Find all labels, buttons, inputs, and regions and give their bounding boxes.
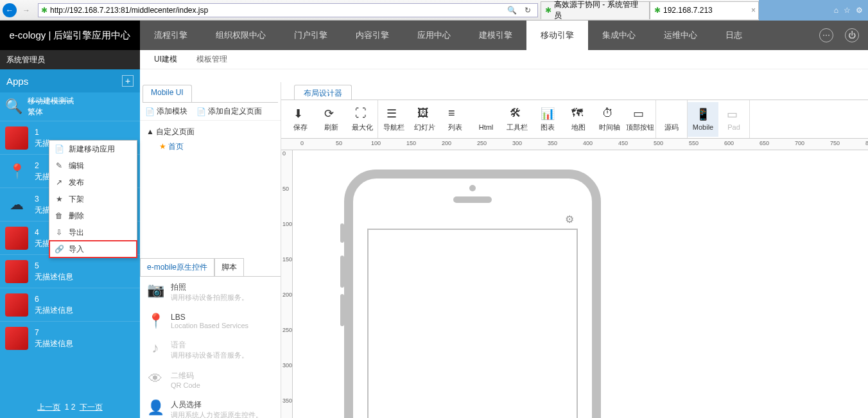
tab-layout-designer[interactable]: 布局设计器 — [294, 85, 352, 100]
pagination: 上一页 1 2 下一页 — [0, 402, 140, 413]
nav-back-button[interactable]: ← — [3, 3, 17, 17]
app-sub: 无描述信息 — [35, 305, 73, 316]
tool-icon: ≡ — [448, 107, 462, 121]
tool-icon: ☰ — [386, 107, 401, 121]
toolbar-时间轴[interactable]: ⏱时间轴 — [594, 102, 625, 137]
phone-screen[interactable] — [367, 229, 578, 418]
widget-item[interactable]: ♪ 语音 调用移动设备语音服务。 — [140, 335, 281, 365]
tree-child-home[interactable]: ★首页 — [146, 139, 274, 154]
toolbar-顶部按钮[interactable]: ▭顶部按钮 — [625, 102, 655, 137]
topnav-item[interactable]: 内容引擎 — [342, 21, 403, 50]
toolbar-列表[interactable]: ≡列表 — [440, 102, 471, 137]
close-icon[interactable]: × — [751, 6, 756, 15]
pager-next[interactable]: 下一页 — [80, 403, 103, 412]
toolbar-Mobile[interactable]: 📱Mobile — [688, 102, 718, 137]
app-num: 7 — [35, 327, 73, 338]
context-menu-item[interactable]: 🔗导入 — [49, 241, 137, 257]
phone-side-button — [340, 294, 344, 326]
more-icon[interactable]: ⋯ — [819, 28, 833, 42]
star-icon: ★ — [159, 142, 166, 151]
toolbar-Html[interactable]: Html — [471, 102, 501, 137]
topnav-item[interactable]: 组织权限中心 — [202, 21, 280, 50]
tool-icon — [479, 107, 493, 121]
toolbar-地图[interactable]: 🗺地图 — [563, 102, 594, 137]
ruler-vertical: 050100150200250300350 — [281, 150, 293, 418]
search-icon[interactable]: 🔍 — [503, 6, 521, 15]
app-item[interactable]: 6 无描述信息 — [0, 288, 140, 321]
gear-icon[interactable]: ⚙ — [565, 213, 574, 225]
toolbar-导航栏[interactable]: ☰导航栏 — [378, 102, 409, 137]
tool-icon: 🖼 — [417, 107, 431, 121]
refresh-icon[interactable]: ↻ — [521, 6, 535, 15]
pager-prev[interactable]: 上一页 — [37, 403, 60, 412]
tab-favicon: ✱ — [545, 6, 551, 15]
toolbar-保存[interactable]: ⬇保存 — [285, 102, 316, 137]
app-icon — [5, 227, 28, 250]
context-menu-item[interactable]: 🗑删除 — [49, 207, 137, 224]
browser-tab-1[interactable]: ✱ 192.168.7.213 × — [650, 1, 759, 19]
phone-side-button — [340, 256, 344, 288]
power-icon[interactable]: ⏻ — [845, 28, 859, 42]
app-num: 1 — [35, 127, 50, 138]
topnav-item[interactable]: 日志 — [711, 21, 756, 50]
add-module-button[interactable]: 📄添加模块 — [145, 106, 187, 117]
topnav-item[interactable]: 移动引擎 — [526, 21, 588, 50]
add-custom-page-button[interactable]: 📄添加自定义页面 — [196, 106, 262, 117]
tab-mobile-ui[interactable]: Mobile UI — [143, 85, 192, 102]
widget-item[interactable]: 📍 LBS Location Based Services — [140, 308, 281, 335]
toolbar-源码[interactable]: 源码 — [656, 102, 687, 137]
widget-title: 二维码 — [171, 370, 200, 381]
toolbar-刷新[interactable]: ⟳刷新 — [316, 102, 347, 137]
topnav-item[interactable]: 应用中心 — [403, 21, 465, 50]
widget-title: 语音 — [171, 340, 248, 351]
search-icon[interactable]: 🔍 — [5, 98, 22, 115]
toolbar-图表[interactable]: 📊图表 — [532, 102, 563, 137]
widget-item[interactable]: 📷 拍照 调用移动设备拍照服务。 — [140, 277, 281, 308]
tree-root[interactable]: ▲ 自定义页面 — [146, 125, 274, 139]
widget-sub: Location Based Services — [171, 322, 248, 329]
topnav-item[interactable]: 门户引擎 — [280, 21, 342, 50]
gear-icon[interactable]: ⚙ — [856, 6, 863, 15]
widget-sub: QR Code — [171, 381, 200, 389]
widget-sub: 调用系统人力资源原生控件。 — [171, 410, 263, 418]
menu-icon: ⇩ — [55, 228, 64, 237]
subnav-item[interactable]: 模板管理 — [196, 54, 227, 65]
toolbar-Pad[interactable]: ▭Pad — [718, 102, 749, 137]
home-icon[interactable]: ⌂ — [834, 6, 838, 15]
widget-icon: ♪ — [146, 340, 164, 356]
topnav-item[interactable]: 运维中心 — [650, 21, 711, 50]
topnav-item[interactable]: 建模引擎 — [465, 21, 526, 50]
subnav-item[interactable]: UI建模 — [154, 54, 177, 65]
menu-icon: ✎ — [55, 161, 64, 170]
toolbar-工具栏[interactable]: 🛠工具栏 — [501, 102, 532, 137]
browser-chrome: ← → ✱ 🔍 ↻ ✱ 高效源于协同 - 系统管理员 ✱ 192.168.7.2… — [0, 0, 868, 21]
topnav-item[interactable]: 集成中心 — [588, 21, 650, 50]
context-menu-item[interactable]: 📄新建移动应用 — [49, 141, 137, 157]
widget-title: LBS — [171, 313, 248, 322]
widget-item[interactable]: 👤 人员选择 调用系统人力资源原生控件。 — [140, 394, 281, 418]
app-item[interactable]: 7 无描述信息 — [0, 321, 140, 354]
widget-icon: 👤 — [146, 399, 164, 416]
tool-icon: ▭ — [727, 107, 741, 121]
context-menu-item[interactable]: ★下架 — [49, 191, 137, 207]
sys-admin-label: 系统管理员 — [0, 50, 140, 69]
address-bar[interactable]: ✱ 🔍 ↻ — [38, 3, 538, 17]
context-menu-item[interactable]: ✎编辑 — [49, 157, 137, 174]
context-menu-item[interactable]: ⇩导出 — [49, 224, 137, 241]
app-num: 2 — [35, 161, 50, 171]
tab-native-widgets[interactable]: e-mobile原生控件 — [140, 258, 214, 276]
tab-script[interactable]: 脚本 — [214, 258, 244, 276]
browser-tab-0[interactable]: ✱ 高效源于协同 - 系统管理员 — [541, 1, 650, 19]
star-icon[interactable]: ☆ — [844, 6, 851, 15]
topnav-item[interactable]: 流程引擎 — [140, 21, 202, 50]
nav-forward-button[interactable]: → — [18, 3, 35, 18]
toolbar-最大化[interactable]: ⛶最大化 — [347, 102, 378, 137]
tab-title: 高效源于协同 - 系统管理员 — [554, 0, 645, 21]
add-app-button[interactable]: + — [122, 75, 134, 87]
context-menu-item[interactable]: ↗发布 — [49, 174, 137, 191]
design-stage[interactable]: ⚙ — [293, 150, 868, 418]
url-input[interactable] — [50, 6, 503, 15]
toolbar-幻灯片[interactable]: 🖼幻灯片 — [409, 102, 440, 137]
app-item[interactable]: 5 无描述信息 — [0, 254, 140, 288]
widget-item[interactable]: 👁 二维码 QR Code — [140, 365, 281, 394]
